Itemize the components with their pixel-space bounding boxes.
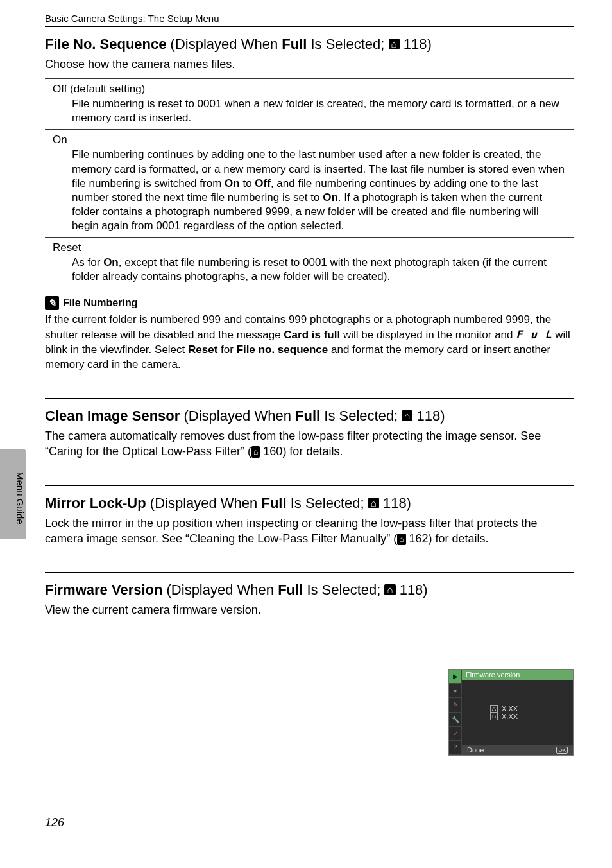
letter-a-icon: A xyxy=(490,705,498,713)
page-number: 126 xyxy=(45,816,64,829)
bold-text: Card is full xyxy=(284,329,340,341)
text: to xyxy=(240,177,255,189)
heading-text2: Is Selected; xyxy=(287,495,368,511)
firmware-version-desc: View the current camera firmware version… xyxy=(45,602,378,618)
text: for xyxy=(217,343,236,356)
fw-version-a: X.XX xyxy=(502,705,518,713)
retouch-icon: ✓ xyxy=(449,727,461,741)
done-label: Done xyxy=(467,746,484,754)
ful-icon: F u L xyxy=(516,328,552,341)
divider xyxy=(45,485,574,486)
option-body: File numbering continues by adding one t… xyxy=(45,148,574,237)
camera-icon: ● xyxy=(449,684,461,698)
pencil-icon: ✎ xyxy=(45,296,59,310)
fw-body: AX.XX BX.XX xyxy=(462,680,573,745)
heading-bold: Clean Image Sensor xyxy=(45,408,180,424)
page-ref: 118) xyxy=(379,495,411,511)
text: will be displayed in the monitor and xyxy=(340,329,516,341)
bold-text: On xyxy=(225,177,240,189)
heading-bold: File No. Sequence xyxy=(45,36,167,52)
option-row-reset: Reset As for On, except that file number… xyxy=(45,238,574,288)
clean-image-sensor-heading: Clean Image Sensor (Displayed When Full … xyxy=(45,408,574,424)
mirror-lock-up-desc: Lock the mirror in the up position when … xyxy=(45,516,574,547)
text: As for xyxy=(72,256,103,268)
file-no-sequence-heading: File No. Sequence (Displayed When Full I… xyxy=(45,36,574,53)
heading-text: (Displayed When xyxy=(180,408,295,424)
ok-icon: OK xyxy=(556,747,568,754)
text: 162) for details. xyxy=(406,532,489,545)
mirror-lock-up-heading: Mirror Lock-Up (Displayed When Full Is S… xyxy=(45,495,574,512)
heading-bold: Mirror Lock-Up xyxy=(45,495,146,511)
page-ref-icon: ⌂ xyxy=(402,410,412,421)
option-row-off: Off (default setting) File numbering is … xyxy=(45,79,574,130)
heading-full: Full xyxy=(282,36,307,52)
heading-text: (Displayed When xyxy=(167,36,282,52)
fw-done-bar: Done OK xyxy=(462,745,573,755)
heading-text2: Is Selected; xyxy=(307,36,388,52)
page-ref-icon: ⌂ xyxy=(397,534,405,545)
letter-b-icon: B xyxy=(490,713,498,720)
clean-image-sensor-desc: The camera automatically removes dust fr… xyxy=(45,428,574,460)
note-heading: ✎ File Numbering xyxy=(45,296,574,310)
side-tab: Menu Guide xyxy=(0,449,26,539)
heading-text: (Displayed When xyxy=(162,582,278,598)
page-ref: 118) xyxy=(396,582,428,598)
heading-full: Full xyxy=(261,495,286,511)
heading-text: (Displayed When xyxy=(146,495,262,511)
heading-text2: Is Selected; xyxy=(320,408,402,424)
fw-title: Firmware version xyxy=(462,670,573,680)
bold-text: On xyxy=(103,256,119,268)
menu-icon-strip: ▶ ● ✎ 🔧 ✓ ? xyxy=(449,670,462,755)
heading-text2: Is Selected; xyxy=(303,582,384,598)
bold-text: File no. sequence xyxy=(237,343,328,356)
bold-text: On xyxy=(323,191,338,204)
option-label: Reset xyxy=(45,238,574,256)
firmware-screen-illustration: ▶ ● ✎ 🔧 ✓ ? Firmware version AX.XX BX.XX… xyxy=(448,669,574,756)
page-ref-icon: ⌂ xyxy=(389,39,400,49)
fw-line-b: BX.XX xyxy=(490,713,573,720)
file-numbering-note: ✎ File Numbering If the current folder i… xyxy=(45,296,574,372)
page-ref-icon: ⌂ xyxy=(251,446,260,458)
help-icon: ? xyxy=(449,741,461,755)
page-ref-icon: ⌂ xyxy=(384,584,395,595)
page-ref: 118) xyxy=(412,408,445,424)
page-ref: 118) xyxy=(400,36,432,52)
heading-full: Full xyxy=(295,408,320,424)
heading-bold: Firmware Version xyxy=(45,582,162,598)
pencil-icon: ✎ xyxy=(449,698,461,712)
page-ref-icon: ⌂ xyxy=(368,498,379,508)
setup-icon: 🔧 xyxy=(449,713,461,727)
note-body: If the current folder is numbered 999 an… xyxy=(45,313,574,372)
option-label: Off (default setting) xyxy=(45,79,574,97)
option-row-on: On File numbering continues by adding on… xyxy=(45,130,574,238)
text: 160) for details. xyxy=(260,445,343,458)
heading-full: Full xyxy=(278,582,303,598)
divider xyxy=(45,398,574,399)
divider xyxy=(45,572,574,573)
firmware-version-heading: Firmware Version (Displayed When Full Is… xyxy=(45,582,574,598)
fw-line-a: AX.XX xyxy=(490,705,573,713)
bold-text: Off xyxy=(255,177,271,189)
note-title: File Numbering xyxy=(63,297,137,309)
text: , except that file numbering is reset to… xyxy=(72,256,547,282)
option-table: Off (default setting) File numbering is … xyxy=(45,78,574,288)
option-body: File numbering is reset to 0001 when a n… xyxy=(45,97,574,129)
play-icon: ▶ xyxy=(449,670,461,684)
file-no-sequence-desc: Choose how the camera names files. xyxy=(45,56,574,72)
option-label: On xyxy=(45,130,574,148)
option-body: As for On, except that file numbering is… xyxy=(45,256,574,288)
bold-text: Reset xyxy=(188,343,217,356)
firmware-panel: Firmware version AX.XX BX.XX Done OK xyxy=(462,670,573,755)
fw-version-b: X.XX xyxy=(502,713,518,720)
page-section-header: Basic Camera Settings: The Setup Menu xyxy=(45,13,574,27)
